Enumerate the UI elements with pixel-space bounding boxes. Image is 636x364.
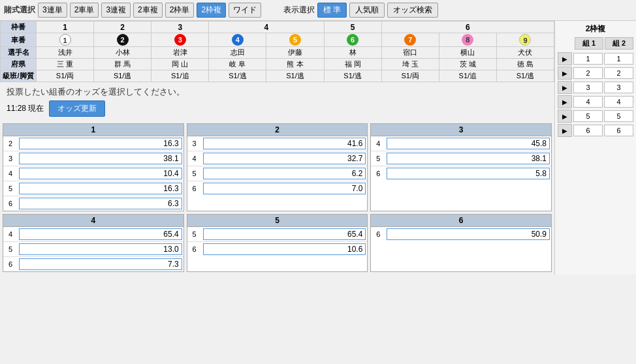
odds-val-3-6[interactable]: 5.8: [387, 168, 550, 179]
odds-val-6-6[interactable]: 50.9: [387, 228, 550, 240]
grade-9: S1/逃: [496, 70, 554, 82]
sidebar-num4-col2[interactable]: 4: [604, 96, 633, 108]
grade-8: S1/追: [439, 70, 496, 82]
sidebar-title: 2枠複: [558, 23, 633, 35]
grade-2: S1/逃: [94, 70, 151, 82]
sidebar-row-2: ▶ 2 2: [558, 67, 633, 80]
odds-row-1-6: 6 6.3: [3, 196, 183, 211]
time-text: 11:28 現在: [7, 103, 44, 114]
display-btn-popular[interactable]: 人気順: [349, 3, 385, 18]
bet-btn-3rensingle[interactable]: 3連単: [38, 3, 67, 18]
odds-block-3: 3 4 45.8 5 38.1 6 5.8: [370, 123, 552, 211]
odds-val-3-4[interactable]: 45.8: [387, 138, 550, 149]
odds-val-2-4[interactable]: 32.7: [203, 153, 366, 164]
car-num-7: 7: [381, 33, 439, 47]
car-num-4: 4: [209, 33, 266, 47]
car-num-6: 6: [324, 33, 381, 47]
sidebar-num5-col1[interactable]: 5: [573, 110, 603, 122]
odds-row-6-6: 6 50.9: [371, 227, 551, 241]
odds-val-2-5[interactable]: 6.2: [203, 168, 366, 179]
player-4: 志田: [209, 47, 266, 59]
odds-row-1-2: 2 16.3: [3, 136, 183, 151]
sidebar-num3-col1[interactable]: 3: [573, 82, 603, 93]
odds-row-2-4: 4 32.7: [187, 151, 368, 166]
display-btn-odds-search[interactable]: オッズ検索: [387, 3, 438, 18]
grade-4: S1/逃: [209, 70, 266, 82]
player-5: 伊藤: [266, 47, 324, 59]
odds-val-5-6[interactable]: 10.6: [203, 243, 366, 255]
frame-6: 6: [381, 22, 554, 33]
odds-row-1-3: 3 38.1: [3, 151, 183, 166]
odds-val-5-5[interactable]: 65.4: [203, 228, 366, 240]
player-1: 浅井: [37, 47, 94, 59]
sidebar-col1-label: 組 1: [575, 37, 603, 50]
sidebar-arrow-1[interactable]: ▶: [558, 52, 572, 65]
sidebar-num3-col2[interactable]: 3: [604, 82, 633, 93]
car-num-2: 2: [94, 33, 151, 47]
frame-1: 1: [37, 22, 94, 33]
display-type-label: 表示選択: [283, 5, 315, 16]
grade-3: S1/追: [151, 70, 209, 82]
player-6: 林: [324, 47, 381, 59]
bet-btn-2single[interactable]: 2車単: [70, 3, 99, 18]
odds-block-1-header: 1: [3, 124, 183, 136]
sidebar-row-3: ▶ 3 3: [558, 81, 633, 94]
frame-4: 4: [209, 22, 324, 33]
car-num-3: 3: [151, 33, 209, 47]
sidebar-arrow-5[interactable]: ▶: [558, 110, 572, 123]
odds-block-2-header: 2: [187, 124, 368, 136]
car-num-1: 1: [37, 33, 94, 47]
sidebar-num4-col1[interactable]: 4: [573, 96, 603, 108]
player-name-label: 選手名: [1, 47, 37, 59]
odds-update-button[interactable]: オッズ更新: [49, 100, 105, 117]
odds-block-2: 2 3 41.6 4 32.7 5 6.2: [187, 123, 368, 211]
pref-3: 岡 山: [151, 59, 209, 70]
grade-7: S1/両: [381, 70, 439, 82]
odds-row-4-6: 6 7.3: [3, 257, 183, 271]
sidebar-num6-col2[interactable]: 6: [604, 125, 633, 136]
odds-val-4-4[interactable]: 65.4: [19, 228, 182, 240]
pref-5: 熊 本: [266, 59, 324, 70]
odds-block-5: 5 5 65.4 6 10.6: [187, 214, 368, 272]
bet-btn-2wakusingle[interactable]: 2枠単: [165, 3, 195, 18]
pref-6: 福 岡: [324, 59, 381, 70]
sidebar-num2-col2[interactable]: 2: [604, 67, 633, 79]
sidebar-arrow-2[interactable]: ▶: [558, 67, 572, 80]
display-btn-standard[interactable]: 標 準: [317, 3, 347, 18]
car-num-5: 5: [266, 33, 324, 47]
odds-val-1-3[interactable]: 38.1: [19, 153, 182, 164]
odds-block-4-header: 4: [3, 215, 183, 227]
sidebar-num6-col1[interactable]: 6: [573, 125, 603, 136]
odds-val-2-3[interactable]: 41.6: [203, 138, 366, 149]
sidebar-num1-col2[interactable]: 1: [604, 53, 633, 65]
player-2: 小林: [94, 47, 151, 59]
sidebar-arrow-4[interactable]: ▶: [558, 95, 572, 108]
odds-val-1-5[interactable]: 16.3: [19, 183, 182, 194]
odds-block-4: 4 4 65.4 5 13.0 6 7.3: [3, 214, 184, 272]
odds-val-1-2[interactable]: 16.3: [19, 138, 182, 149]
bet-btn-wide[interactable]: ワイド: [229, 3, 261, 18]
bet-btn-2fuku[interactable]: 2車複: [133, 3, 163, 18]
sidebar-num2-col1[interactable]: 2: [573, 67, 603, 79]
sidebar-num1-col1[interactable]: 1: [573, 53, 603, 65]
sidebar-col2-label: 組 2: [605, 37, 633, 50]
bet-btn-2wakufuku[interactable]: 2枠複: [197, 3, 226, 18]
odds-val-4-5[interactable]: 13.0: [19, 243, 182, 255]
frame-5: 5: [324, 22, 381, 33]
sidebar-row-6: ▶ 6 6: [558, 124, 633, 137]
sidebar-arrow-6[interactable]: ▶: [558, 124, 572, 137]
sidebar-num5-col2[interactable]: 5: [604, 110, 633, 122]
odds-val-4-6[interactable]: 7.3: [19, 258, 182, 270]
odds-block-3-header: 3: [371, 124, 551, 136]
bet-btn-3renfuku[interactable]: 3連複: [101, 3, 131, 18]
odds-row-2-5: 5 6.2: [187, 166, 368, 181]
odds-val-3-5[interactable]: 38.1: [387, 153, 550, 164]
odds-val-2-6[interactable]: 7.0: [203, 183, 366, 194]
pref-4: 岐 阜: [209, 59, 266, 70]
sidebar-row-4: ▶ 4 4: [558, 95, 633, 108]
odds-block-6: 6 6 50.9: [370, 214, 552, 272]
sidebar-row-5: ▶ 5 5: [558, 110, 633, 123]
odds-val-1-6[interactable]: 6.3: [19, 198, 182, 209]
sidebar-arrow-3[interactable]: ▶: [558, 81, 572, 94]
odds-val-1-4[interactable]: 10.4: [19, 168, 182, 179]
